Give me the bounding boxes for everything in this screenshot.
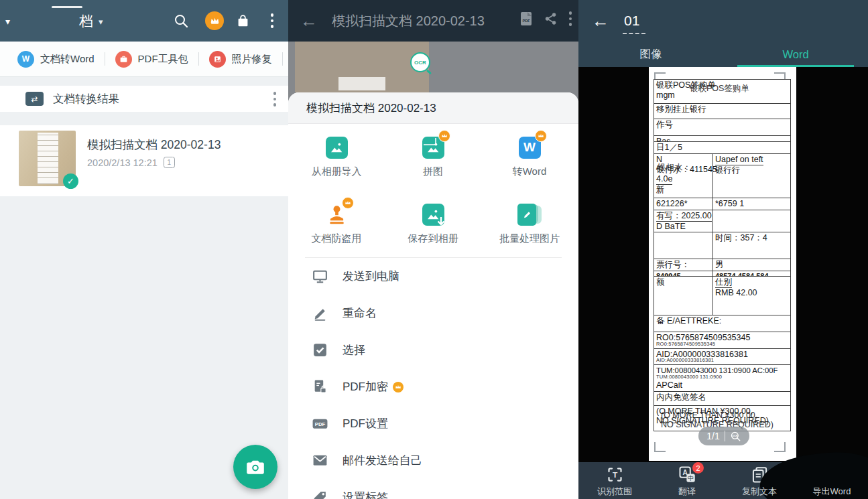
chip-文档转Word[interactable]: W 文档转Word bbox=[17, 51, 95, 68]
receipt-line: 票行号： bbox=[656, 260, 710, 270]
overflow-menu-icon[interactable] bbox=[569, 11, 572, 26]
tools-chip-bar: W 文档转Word PDF工具包 照片修复 X bbox=[0, 42, 288, 77]
document-meta: 2020/2/13 12:21 1 bbox=[87, 157, 175, 168]
receipt-row: 有写：2025.00D BaTE bbox=[654, 210, 790, 233]
documents-panel: ▾ 档 ▾ W 文档转Word PDF工具包 照片修复 X ⇄ 文档转换结果 bbox=[0, 0, 288, 499]
receipt-line: NO SIGNATURE REQUIRED)NO SIGNATURE REQUI… bbox=[656, 416, 788, 426]
receipt-line: (O MORE THAN ¥300.00,(O MORE THAN ¥300.0… bbox=[656, 407, 788, 417]
receipt-line: 日1／5 bbox=[656, 143, 788, 153]
shop-bag-icon[interactable] bbox=[233, 11, 252, 30]
folder-title-dropdown[interactable]: 档 ▾ bbox=[79, 12, 103, 31]
sheet-action-menu: 发送到电脑 重命名 选择 PDF加密 PDF PDF设置 邮件发送给自己 设置标… bbox=[288, 258, 578, 499]
menu-item-发送到电脑[interactable]: 发送到电脑 bbox=[288, 258, 578, 295]
receipt-row: 内内免览签名 bbox=[654, 392, 790, 406]
sheet-action-文档防盗用[interactable]: 文档防盗用 bbox=[288, 191, 385, 258]
share-icon[interactable] bbox=[544, 11, 558, 26]
sheet-action-转Word[interactable]: W 转Word bbox=[481, 124, 578, 191]
receipt-line: 作号 bbox=[656, 120, 788, 130]
tab-Word[interactable]: Word bbox=[723, 42, 868, 67]
receipt-line: 4.0e bbox=[656, 174, 710, 185]
chevron-down-icon: ▾ bbox=[99, 17, 103, 27]
receipt-strip bbox=[38, 133, 58, 184]
receipt-line: Uapef on teft bbox=[715, 155, 788, 165]
photo-fix-circle-icon bbox=[209, 51, 226, 68]
receipt-row: 银联POS签购单银联POS签购单mgm bbox=[654, 80, 790, 104]
search-icon[interactable] bbox=[172, 11, 190, 30]
page-indicator: 1/1 bbox=[706, 431, 719, 441]
svg-text:T: T bbox=[612, 470, 617, 480]
receipt-line: 48574 4584 584 bbox=[715, 272, 788, 277]
page-title: 档 bbox=[79, 12, 93, 31]
ocr-badge-icon: OCR bbox=[410, 52, 430, 72]
menu-item-选择[interactable]: 选择 bbox=[288, 332, 578, 368]
folder-row[interactable]: ⇄ 文档转换结果 bbox=[0, 86, 288, 112]
page-name-editable[interactable]: 01 bbox=[624, 13, 639, 29]
right-app-bar: ← 01 bbox=[578, 0, 868, 42]
menu-item-重命名[interactable]: 重命名 bbox=[288, 295, 578, 332]
overflow-menu-icon[interactable] bbox=[263, 11, 282, 30]
preview-label-box bbox=[338, 77, 385, 90]
tab-图像[interactable]: 图像 bbox=[578, 42, 723, 67]
camera-fab[interactable] bbox=[233, 445, 277, 489]
tag-icon bbox=[312, 489, 328, 499]
divider bbox=[198, 52, 199, 66]
word-result-page[interactable]: 银联POS签购单银联POS签购单mgm移别挂止银行作号Bas日1／5N银付水：4… bbox=[649, 67, 796, 461]
ocr-magnifier-icon: OCR bbox=[730, 431, 741, 442]
receipt-line: 备 E/AETTREKE: bbox=[656, 316, 788, 326]
receipt-line: 时间：357：4 bbox=[715, 233, 788, 243]
dimmed-document-preview[interactable]: OCR bbox=[295, 42, 429, 92]
receipt-row: 备 E/AETTREKE: bbox=[654, 315, 790, 332]
save-album-icon bbox=[422, 204, 444, 226]
receipt-row: Bas bbox=[654, 136, 790, 142]
page-count-badge: 1 bbox=[164, 157, 175, 168]
chip-照片修复[interactable]: 照片修复 bbox=[209, 51, 272, 68]
toolbar-识别范围[interactable]: T 识别范围 bbox=[578, 462, 651, 499]
sheet-action-grid: 从相册导入 拼图 W 转Word 文档防盗用 保存到相册 批量处理图片 bbox=[288, 124, 578, 258]
back-icon[interactable]: ← bbox=[592, 11, 609, 31]
receipt-line: D BaTE bbox=[656, 222, 710, 232]
receipt-line: 额 bbox=[656, 277, 710, 287]
folder-overflow-icon[interactable] bbox=[273, 92, 277, 106]
receipt-line: mgm bbox=[656, 90, 788, 100]
menu-item-设置标签[interactable]: 设置标签 bbox=[288, 479, 578, 499]
sheet-action-批量处理图片[interactable]: 批量处理图片 bbox=[481, 191, 578, 258]
status-dash bbox=[52, 6, 82, 8]
page-indicator-pill[interactable]: 1/1 OCR bbox=[698, 427, 749, 445]
caret-down-icon[interactable]: ▾ bbox=[5, 16, 10, 27]
sheet-title: 模拟扫描文档 2020-02-13 bbox=[288, 92, 578, 124]
sheet-action-从相册导入[interactable]: 从相册导入 bbox=[288, 124, 385, 191]
chip-PDF工具包[interactable]: PDF工具包 bbox=[115, 51, 188, 68]
receipt-row: 84994548574 4584 584 bbox=[654, 271, 790, 277]
back-icon[interactable]: ← bbox=[300, 11, 318, 31]
svg-text:PDF: PDF bbox=[522, 19, 530, 23]
ocr-result-panel: ← 01 图像 Word 银联POS签购单银联POS签购单mgm移别挂止银行作号… bbox=[578, 0, 868, 499]
receipt-row: RO0:5765874509535345RO0:5765874509535345 bbox=[654, 332, 790, 349]
receipt-line: 仕别 bbox=[715, 277, 788, 288]
document-actions-panel: ← 模拟扫描文档 2020-02-13 PDF OCR 模拟扫描文档 2020-… bbox=[288, 0, 578, 499]
receipt-row: 额仕别RMB 42.00 bbox=[654, 277, 790, 315]
toolbar-翻译[interactable]: A中 2 翻译 bbox=[651, 462, 723, 499]
pdf-file-icon[interactable]: PDF bbox=[519, 11, 533, 26]
menu-item-PDF设置[interactable]: PDF PDF设置 bbox=[288, 405, 578, 442]
receipt-row: 621226**6759 1 bbox=[654, 198, 790, 210]
crop-corner-icon bbox=[654, 442, 666, 452]
camera-icon bbox=[245, 456, 266, 478]
receipt-line: TUM:0080043000 131:0900 AC:00FTUM:008004… bbox=[656, 366, 788, 380]
ocr-receipt-table: 银联POS签购单银联POS签购单mgm移别挂止银行作号Bas日1／5N银付水：4… bbox=[654, 79, 791, 431]
menu-item-邮件发送给自己[interactable]: 邮件发送给自己 bbox=[288, 442, 578, 479]
crown-badge-icon bbox=[535, 130, 547, 142]
receipt-line: Bas bbox=[656, 137, 788, 142]
document-thumbnail[interactable]: ✓ bbox=[19, 131, 76, 186]
receipt-line: RMB 42.00 bbox=[715, 288, 788, 298]
batch-edit-icon bbox=[517, 204, 542, 226]
receipt-line: 银付水：411545银相水： bbox=[656, 165, 710, 175]
menu-item-PDF加密[interactable]: PDF加密 bbox=[288, 368, 578, 405]
receipt-line: 银行行 bbox=[715, 165, 788, 175]
premium-crown-icon[interactable] bbox=[205, 11, 224, 30]
receipt-line: 849945 bbox=[656, 272, 710, 277]
document-list-item[interactable]: ✓ 模拟扫描文档 2020-02-13 2020/2/13 12:21 1 bbox=[0, 125, 288, 196]
sheet-action-拼图[interactable]: 拼图 bbox=[385, 124, 481, 191]
sheet-action-保存到相册[interactable]: 保存到相册 bbox=[385, 191, 481, 258]
receipt-line: 新 bbox=[656, 185, 710, 195]
left-app-bar: ▾ 档 ▾ bbox=[0, 0, 288, 42]
